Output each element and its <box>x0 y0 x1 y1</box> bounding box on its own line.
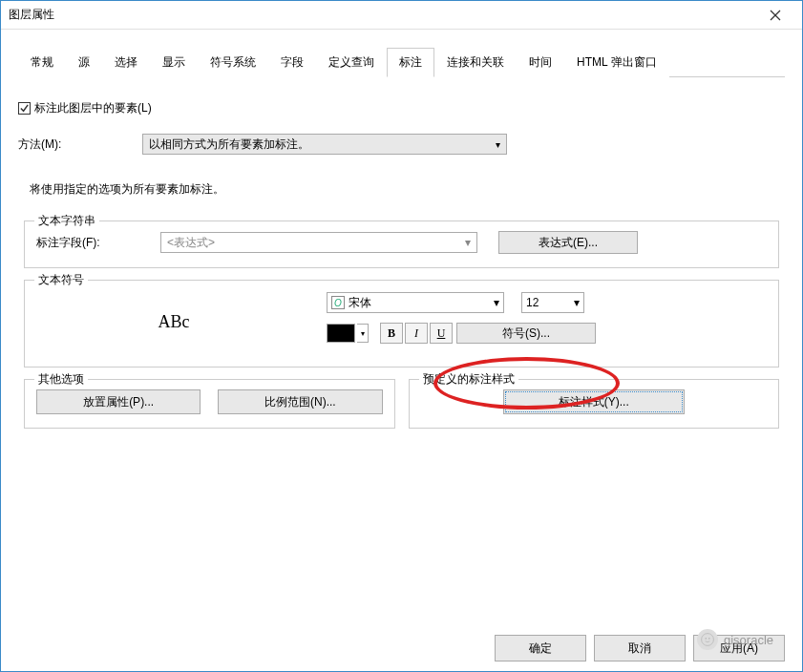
expression-button[interactable]: 表达式(E)... <box>498 231 638 254</box>
tab-definition-query[interactable]: 定义查询 <box>316 48 387 77</box>
chevron-down-icon: ▾ <box>465 236 471 249</box>
other-options-fieldset: 其他选项 放置属性(P)... 比例范围(N)... <box>24 379 395 429</box>
predefined-label-styles-fieldset: 预定义的标注样式 标注样式(Y)... <box>409 379 780 429</box>
tab-labels[interactable]: 标注 <box>387 48 434 77</box>
tabs-row: 常规 源 选择 显示 符号系统 字段 定义查询 标注 连接和关联 时间 HTML… <box>18 47 785 77</box>
label-field-label: 标注字段(F): <box>36 235 160 251</box>
text-string-fieldset: 文本字符串 标注字段(F): <表达式> ▾ 表达式(E)... <box>24 220 779 268</box>
dialog-window: 图层属性 常规 源 选择 显示 符号系统 字段 定义查询 标注 连接和关联 时间… <box>0 0 803 672</box>
tab-symbology[interactable]: 符号系统 <box>198 48 268 77</box>
tab-selection[interactable]: 选择 <box>102 48 150 77</box>
watermark-text: gisoracle <box>724 633 773 647</box>
watermark-icon <box>697 629 718 650</box>
tab-joins[interactable]: 连接和关联 <box>434 48 517 77</box>
text-string-legend: 文本字符串 <box>34 213 99 229</box>
method-select[interactable]: 以相同方式为所有要素加标注。 ▾ <box>142 134 507 155</box>
text-sample-preview: ABc <box>36 290 311 353</box>
label-field-row: 标注字段(F): <表达式> ▾ 表达式(E)... <box>36 231 767 254</box>
color-dropdown[interactable]: ▾ <box>357 324 369 343</box>
symbol-controls: O宋体 ▾ 12 ▾ ▾ B I U <box>327 290 767 353</box>
chevron-down-icon: ▾ <box>574 296 580 309</box>
tab-source[interactable]: 源 <box>66 48 102 77</box>
svg-point-3 <box>705 638 707 640</box>
titlebar: 图层属性 <box>1 1 802 30</box>
tab-time[interactable]: 时间 <box>517 48 564 77</box>
chevron-down-icon: ▾ <box>496 139 500 150</box>
font-size-value: 12 <box>526 296 539 309</box>
chevron-down-icon: ▾ <box>494 296 499 309</box>
svg-point-2 <box>702 634 714 646</box>
font-select-value: 宋体 <box>349 295 371 311</box>
checkmark-icon <box>19 103 30 114</box>
label-features-checkbox-row: 标注此图层中的要素(L) <box>18 100 785 116</box>
window-title: 图层属性 <box>9 7 54 23</box>
ok-button[interactable]: 确定 <box>495 635 586 662</box>
color-swatch[interactable] <box>327 324 355 343</box>
predefined-legend: 预定义的标注样式 <box>419 371 518 388</box>
text-symbol-fieldset: 文本符号 ABc O宋体 ▾ 12 ▾ <box>24 280 779 368</box>
method-description: 将使用指定的选项为所有要素加标注。 <box>30 181 785 198</box>
text-symbol-legend: 文本符号 <box>34 272 88 288</box>
bold-button[interactable]: B <box>380 323 403 344</box>
tab-content: 标注此图层中的要素(L) 方法(M): 以相同方式为所有要素加标注。 ▾ 将使用… <box>1 77 802 452</box>
symbol-button[interactable]: 符号(S)... <box>456 323 596 344</box>
close-button[interactable] <box>756 1 794 30</box>
scale-range-button[interactable]: 比例范围(N)... <box>218 389 382 414</box>
font-icon: O <box>331 296 345 309</box>
tab-fields[interactable]: 字段 <box>268 48 316 77</box>
label-styles-button[interactable]: 标注样式(Y)... <box>503 389 685 414</box>
cancel-button[interactable]: 取消 <box>594 635 686 662</box>
label-features-checkbox[interactable] <box>18 102 31 115</box>
close-icon <box>770 10 781 21</box>
underline-button[interactable]: U <box>430 323 453 344</box>
tab-html-popup[interactable]: HTML 弹出窗口 <box>564 48 669 77</box>
svg-point-4 <box>708 638 710 640</box>
tab-display[interactable]: 显示 <box>150 48 198 77</box>
italic-button[interactable]: I <box>405 323 428 344</box>
label-field-value: <表达式> <box>167 235 215 251</box>
label-features-checkbox-label: 标注此图层中的要素(L) <box>34 100 152 116</box>
method-label: 方法(M): <box>18 136 142 153</box>
method-row: 方法(M): 以相同方式为所有要素加标注。 ▾ <box>18 134 785 155</box>
watermark: gisoracle <box>697 629 773 650</box>
font-select[interactable]: O宋体 ▾ <box>327 292 504 313</box>
font-size-select[interactable]: 12 ▾ <box>521 292 584 313</box>
tab-general[interactable]: 常规 <box>18 48 66 77</box>
other-options-legend: 其他选项 <box>34 371 88 388</box>
placement-properties-button[interactable]: 放置属性(P)... <box>36 389 201 414</box>
label-field-select[interactable]: <表达式> ▾ <box>160 232 477 253</box>
method-select-value: 以相同方式为所有要素加标注。 <box>149 136 309 153</box>
